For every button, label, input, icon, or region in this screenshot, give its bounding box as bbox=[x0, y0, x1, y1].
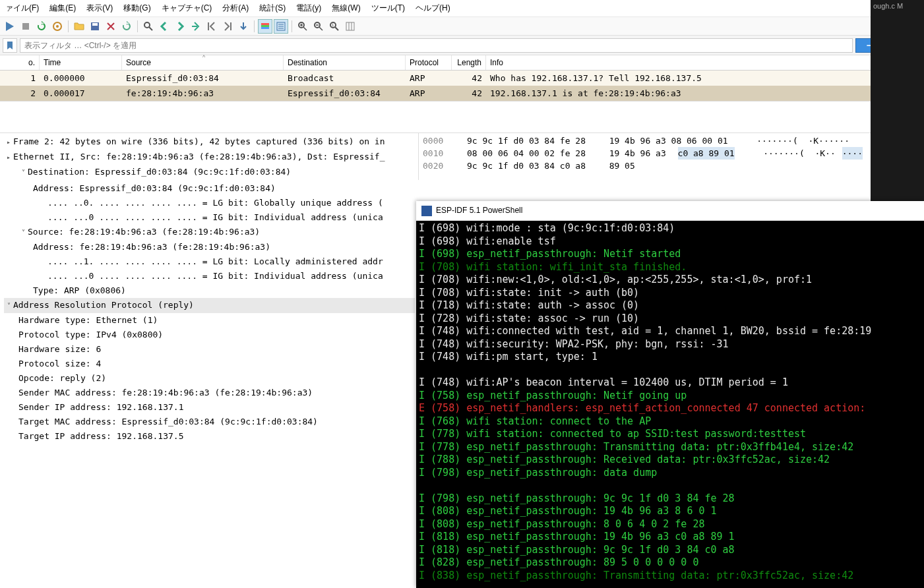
collapse-icon[interactable]: ˅ bbox=[4, 299, 13, 313]
log-line: I (708) wifi station: wifi_init_sta fini… bbox=[419, 261, 921, 274]
zoom-out-button[interactable] bbox=[311, 19, 326, 34]
log-line: I (708) wifi:new:<1,0>, old:<1,0>, ap:<2… bbox=[419, 274, 921, 287]
auto-scroll-button[interactable] bbox=[236, 19, 251, 34]
main-toolbar: 1 bbox=[0, 17, 924, 36]
log-line: I (788) esp_netif_passthrough: Received … bbox=[419, 454, 921, 467]
arp-opcode[interactable]: Opcode: reply (2) bbox=[4, 371, 415, 386]
zoom-reset-button[interactable]: 1 bbox=[327, 19, 342, 34]
powershell-title: ESP-IDF 5.1 PowerShell bbox=[436, 204, 522, 218]
tree-frame[interactable]: ▸Frame 2: 42 bytes on wire (336 bits), 4… bbox=[4, 134, 414, 150]
packet-list: o. Time Source Destination Protocol Leng… bbox=[0, 55, 924, 101]
menubar: ァイル(F) 編集(E) 表示(V) 移動(G) キャプチャ(C) 分析(A) … bbox=[0, 0, 924, 17]
log-line: I (838) esp_netif_passthrough: Transmitt… bbox=[419, 570, 921, 583]
expand-icon[interactable]: ▸ bbox=[4, 135, 13, 150]
col-info[interactable]: Info bbox=[486, 55, 924, 70]
open-file-button[interactable] bbox=[72, 19, 86, 34]
log-line bbox=[419, 479, 921, 492]
menu-statistics[interactable]: 統計(S) bbox=[259, 3, 286, 14]
col-no[interactable]: o. bbox=[0, 55, 40, 70]
zoom-in-button[interactable] bbox=[295, 19, 310, 34]
capture-options-button[interactable] bbox=[50, 19, 65, 34]
filter-bookmark-button[interactable] bbox=[3, 38, 17, 53]
tree-src[interactable]: ˅Source: fe:28:19:4b:96:a3 (fe:28:19:4b:… bbox=[4, 225, 415, 240]
menu-edit[interactable]: 編集(E) bbox=[49, 3, 76, 14]
collapse-icon[interactable]: ˅ bbox=[18, 165, 28, 180]
log-line: I (748) wifi:pm start, type: 1 bbox=[419, 351, 921, 364]
arp-target-mac[interactable]: Target MAC address: Espressif_d0:03:84 (… bbox=[4, 415, 415, 429]
tree-dest-addr[interactable]: Address: Espressif_d0:03:84 (9c:9c:1f:d0… bbox=[4, 181, 415, 196]
arp-sender-ip[interactable]: Sender IP address: 192.168.137.1 bbox=[4, 400, 415, 415]
tree-type[interactable]: Type: ARP (0x0806) bbox=[4, 283, 415, 298]
log-line: I (808) esp_netif_passthrough: 19 4b 96 … bbox=[419, 505, 921, 518]
powershell-window[interactable]: ESP-IDF 5.1 PowerShell I (698) wifi:mode… bbox=[416, 201, 924, 588]
arp-hwtype[interactable]: Hardware type: Ethernet (1) bbox=[4, 313, 415, 328]
svg-rect-6 bbox=[261, 23, 269, 25]
col-time[interactable]: Time bbox=[40, 55, 122, 70]
packet-bytes[interactable]: 0000 9c 9c 1f d0 03 84 fe 28 19 4b 96 a3… bbox=[419, 133, 924, 180]
menu-wireless[interactable]: 無線(W) bbox=[332, 3, 360, 14]
go-first-button[interactable] bbox=[204, 19, 219, 34]
log-line: I (708) wifi:state: init -> auth (b0) bbox=[419, 287, 921, 300]
display-filter-input[interactable] bbox=[20, 38, 853, 53]
menu-telephony[interactable]: 電話(y) bbox=[296, 3, 321, 14]
arp-protsize[interactable]: Protocol size: 4 bbox=[4, 357, 415, 371]
menu-file[interactable]: ァイル(F) bbox=[5, 3, 39, 14]
col-length[interactable]: Length bbox=[452, 55, 486, 70]
log-line: I (728) wifi:state: assoc -> run (10) bbox=[419, 312, 921, 326]
collapse-icon[interactable]: ˅ bbox=[18, 225, 28, 240]
log-line: I (698) wifi:enable tsf bbox=[419, 235, 921, 249]
arp-prottype[interactable]: Protocol type: IPv4 (0x0800) bbox=[4, 328, 415, 342]
col-protocol[interactable]: Protocol bbox=[406, 55, 452, 70]
svg-point-5 bbox=[144, 22, 150, 28]
packet-list-scroll[interactable] bbox=[0, 101, 924, 132]
svg-text:1: 1 bbox=[332, 23, 334, 27]
stop-capture-button[interactable] bbox=[18, 19, 33, 34]
col-destination[interactable]: Destination bbox=[284, 55, 406, 70]
packet-row[interactable]: 2 0.000017 fe:28:19:4b:96:a3 Espressif_d… bbox=[0, 86, 924, 101]
tree-src-ig[interactable]: .... ...0 .... .... .... .... = IG bit: … bbox=[4, 269, 415, 283]
start-capture-button[interactable] bbox=[3, 19, 17, 34]
log-line: I (798) esp_netif_passthrough: data dump bbox=[419, 467, 921, 480]
menu-view[interactable]: 表示(V) bbox=[86, 3, 113, 14]
tree-dest-ig[interactable]: .... ...0 .... .... .... .... = IG bit: … bbox=[4, 210, 415, 225]
tree-dest[interactable]: ˅Destination: Espressif_d0:03:84 (9c:9c:… bbox=[4, 165, 414, 180]
tree-ethernet[interactable]: ▸Ethernet II, Src: fe:28:19:4b:96:a3 (fe… bbox=[4, 150, 414, 165]
menu-analyze[interactable]: 分析(A) bbox=[222, 3, 249, 14]
restart-capture-button[interactable] bbox=[34, 19, 49, 34]
menu-capture[interactable]: キャプチャ(C) bbox=[162, 3, 212, 14]
close-file-button[interactable] bbox=[104, 19, 118, 34]
go-last-button[interactable] bbox=[220, 19, 235, 34]
menu-help[interactable]: ヘルプ(H) bbox=[416, 3, 450, 14]
svg-rect-4 bbox=[92, 23, 98, 26]
packet-row[interactable]: 1 0.000000 Espressif_d0:03:84 Broadcast … bbox=[0, 71, 924, 86]
go-back-button[interactable] bbox=[157, 19, 171, 34]
editor-sliver: ough.c M bbox=[871, 0, 924, 201]
menu-tools[interactable]: ツール(T) bbox=[371, 3, 405, 14]
log-line: I (768) wifi station: connect to the AP bbox=[419, 415, 921, 428]
tree-arp[interactable]: ˅Address Resolution Protocol (reply) bbox=[4, 298, 415, 313]
go-to-packet-button[interactable] bbox=[189, 19, 203, 34]
log-line: I (808) esp_netif_passthrough: 8 0 6 4 0… bbox=[419, 518, 921, 531]
svg-rect-14 bbox=[346, 22, 354, 30]
autoscroll-live-button[interactable] bbox=[274, 19, 288, 34]
arp-sender-mac[interactable]: Sender MAC address: fe:28:19:4b:96:a3 (f… bbox=[4, 386, 415, 400]
expand-icon[interactable]: ▸ bbox=[4, 150, 13, 165]
svg-rect-0 bbox=[22, 23, 29, 30]
find-packet-button[interactable] bbox=[141, 19, 156, 34]
menu-go[interactable]: 移動(G) bbox=[123, 3, 150, 14]
packet-details: Address: Espressif_d0:03:84 (9c:9c:1f:d0… bbox=[0, 180, 419, 445]
powershell-titlebar[interactable]: ESP-IDF 5.1 PowerShell bbox=[416, 201, 924, 221]
reload-button[interactable] bbox=[119, 19, 134, 34]
col-source[interactable]: Source bbox=[122, 55, 284, 70]
packet-list-header: o. Time Source Destination Protocol Leng… bbox=[0, 55, 924, 71]
tree-src-lg[interactable]: .... ..1. .... .... .... .... = LG bit: … bbox=[4, 254, 415, 269]
arp-target-ip[interactable]: Target IP address: 192.168.137.5 bbox=[4, 429, 415, 444]
colorize-button[interactable] bbox=[258, 19, 272, 34]
display-filter-bar: ▾ ＋ bbox=[0, 36, 924, 55]
tree-src-addr[interactable]: Address: fe:28:19:4b:96:a3 (fe:28:19:4b:… bbox=[4, 240, 415, 254]
arp-hwsize[interactable]: Hardware size: 6 bbox=[4, 342, 415, 357]
resize-columns-button[interactable] bbox=[343, 19, 357, 34]
go-forward-button[interactable] bbox=[173, 19, 187, 34]
tree-dest-lg[interactable]: .... ..0. .... .... .... .... = LG bit: … bbox=[4, 196, 415, 210]
save-file-button[interactable] bbox=[88, 19, 102, 34]
